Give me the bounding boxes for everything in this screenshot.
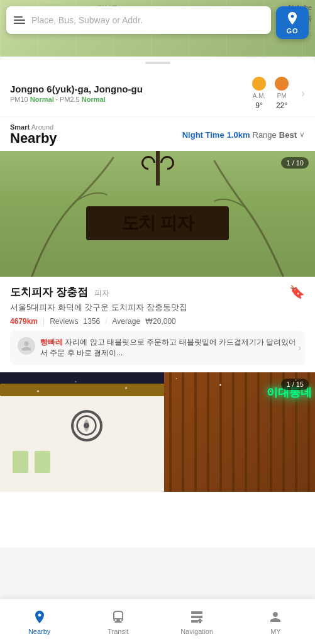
nearby-controls[interactable]: Night Time 1.0km Range Best ∨ bbox=[182, 130, 305, 140]
reviewer-name-1: 빵빠레 bbox=[40, 338, 63, 347]
bottom-nav: Nearby Transit Navigation MY bbox=[0, 599, 315, 644]
review-text-1: 빵빠레 자리에 앉고 태블릿으로 주문하고 태블릿밑에 카드결제기가 달려있어서… bbox=[40, 337, 297, 358]
search-bar[interactable]: Place, Bus, Subway or Addr. bbox=[6, 6, 271, 34]
reviewer-avatar-1 bbox=[18, 337, 35, 355]
nav-label-nearby: Nearby bbox=[28, 628, 50, 635]
location-header: Jongno 6(yuk)-ga, Jongno-gu PM10 Normal … bbox=[0, 69, 315, 117]
sun-pm-icon bbox=[275, 77, 289, 91]
menu-icon[interactable] bbox=[14, 16, 25, 24]
pull-handle[interactable] bbox=[0, 57, 315, 69]
nav-label-my: MY bbox=[270, 628, 281, 635]
weather-am-time: A.M. bbox=[253, 92, 266, 99]
sign-frame: 도치 피자 bbox=[86, 206, 229, 240]
chevron-right-icon[interactable]: › bbox=[301, 87, 305, 100]
korean-sign-background: 도치 피자 bbox=[0, 151, 315, 277]
location-name: Jongno 6(yuk)-ga, Jongno-gu bbox=[10, 84, 252, 94]
building-roof bbox=[0, 384, 174, 396]
card-description-1: 서울5대피자 화덕에 갓구운 도치피자 장충동맛집 bbox=[10, 302, 305, 313]
image-counter-2: 1 / 15 bbox=[281, 379, 309, 390]
card-title-row-1: 도치피자 장충점 피자 🔖 bbox=[10, 284, 305, 299]
pm25-value: Normal bbox=[82, 96, 106, 103]
reviews-label-1: Reviews bbox=[50, 317, 78, 326]
dropdown-arrow-icon[interactable]: ∨ bbox=[299, 130, 305, 139]
average-price-1: ₩20,000 bbox=[145, 317, 176, 326]
review-arrow-1: › bbox=[290, 331, 305, 365]
review-section-1[interactable]: 빵빠레 자리에 앉고 태블릿으로 주문하고 태블릿밑에 카드결제기가 달려있어서… bbox=[10, 331, 305, 365]
card-title-group: 도치피자 장충점 피자 bbox=[10, 285, 109, 299]
reviews-count-1: 1356 bbox=[84, 317, 101, 326]
card-image-2: 이대동네 1 / 15 bbox=[0, 372, 315, 498]
range-distance: 1.0km bbox=[227, 130, 250, 140]
go-button[interactable]: GO bbox=[276, 6, 309, 39]
nav-item-navigation[interactable]: Navigation bbox=[158, 604, 236, 640]
svg-point-1 bbox=[84, 423, 89, 428]
svg-rect-10 bbox=[191, 616, 202, 618]
nav-item-transit[interactable]: Transit bbox=[79, 604, 157, 640]
location-info: Jongno 6(yuk)-ga, Jongno-gu PM10 Normal … bbox=[10, 84, 252, 103]
map-background: 강북구 Nokche 전옥 Place, Bus, Subway or Addr… bbox=[0, 0, 315, 57]
nearby-nav-icon bbox=[31, 609, 48, 625]
go-button-label: GO bbox=[286, 27, 298, 35]
navigation-nav-icon bbox=[189, 609, 205, 625]
pm25-label: PM2.5 bbox=[60, 96, 80, 103]
air-quality: PM10 Normal · PM2.5 Normal bbox=[10, 96, 252, 103]
nav-label-navigation: Navigation bbox=[180, 628, 213, 635]
nearby-title: Nearby bbox=[10, 131, 57, 146]
weather-pm-temp: 22° bbox=[276, 101, 287, 110]
weather-am: A.M. 9° bbox=[252, 77, 266, 110]
transit-nav-icon bbox=[110, 609, 126, 625]
building-left bbox=[0, 391, 174, 492]
bookmark-icon-1[interactable]: 🔖 bbox=[289, 284, 305, 299]
image-counter-1: 1 / 10 bbox=[281, 157, 309, 169]
building-symbol bbox=[71, 410, 102, 441]
my-nav-icon bbox=[267, 609, 284, 625]
nav-label-transit: Transit bbox=[108, 628, 128, 635]
sign-curl-left bbox=[97, 214, 116, 233]
weather-am-temp: 9° bbox=[255, 101, 262, 110]
restaurant-card-1[interactable]: 도치 피자 1 / 10 도치피자 장충점 피자 🔖 bbox=[0, 151, 315, 365]
restaurant-card-2[interactable]: 이대동네 1 / 15 bbox=[0, 372, 315, 498]
pm10-value: Normal bbox=[30, 96, 54, 103]
card-info-1: 도치피자 장충점 피자 🔖 서울5대피자 화덕에 갓구운 도치피자 장충동맛집 … bbox=[0, 277, 315, 331]
weather-pm: PM 22° bbox=[275, 77, 289, 110]
search-placeholder: Place, Bus, Subway or Addr. bbox=[31, 15, 143, 25]
svg-rect-9 bbox=[191, 611, 202, 614]
review-content-1: 자리에 앉고 태블릿으로 주문하고 태블릿밑에 카드결제기가 달려있어서 주문 … bbox=[40, 338, 296, 357]
pull-handle-bar bbox=[145, 62, 170, 64]
average-label-1: Average bbox=[113, 317, 140, 326]
nav-item-my[interactable]: MY bbox=[236, 604, 315, 640]
card-category-1: 피자 bbox=[94, 289, 109, 297]
pm10-label: PM10 bbox=[10, 96, 28, 103]
content-panel: Jongno 6(yuk)-ga, Jongno-gu PM10 Normal … bbox=[0, 69, 315, 547]
nav-item-nearby[interactable]: Nearby bbox=[0, 604, 79, 640]
restaurant-building-background: 이대동네 bbox=[0, 372, 315, 492]
smart-nearby-left: Smart Around Nearby bbox=[10, 123, 57, 146]
weather-section: A.M. 9° PM 22° › bbox=[252, 77, 305, 110]
sign-curl-right bbox=[199, 214, 218, 233]
night-time-label: Night Time bbox=[182, 130, 224, 140]
range-label: Range bbox=[253, 130, 277, 140]
card-image-1: 도치 피자 1 / 10 bbox=[0, 151, 315, 277]
smart-nearby-header: Smart Around Nearby Night Time 1.0km Ran… bbox=[0, 117, 315, 151]
svg-point-3 bbox=[75, 381, 77, 382]
card-stats-1: 4679km | Reviews 1356 / Average ₩20,000 bbox=[10, 317, 305, 326]
range-best: Best bbox=[279, 130, 297, 140]
card-distance-1: 4679km bbox=[10, 317, 38, 326]
weather-pm-time: PM bbox=[277, 92, 287, 99]
sun-am-icon bbox=[252, 77, 266, 91]
building-right: 이대동네 bbox=[164, 372, 315, 492]
card-name-1: 도치피자 장충점 bbox=[10, 286, 88, 298]
sign-text-1: 도치 피자 bbox=[116, 211, 199, 235]
